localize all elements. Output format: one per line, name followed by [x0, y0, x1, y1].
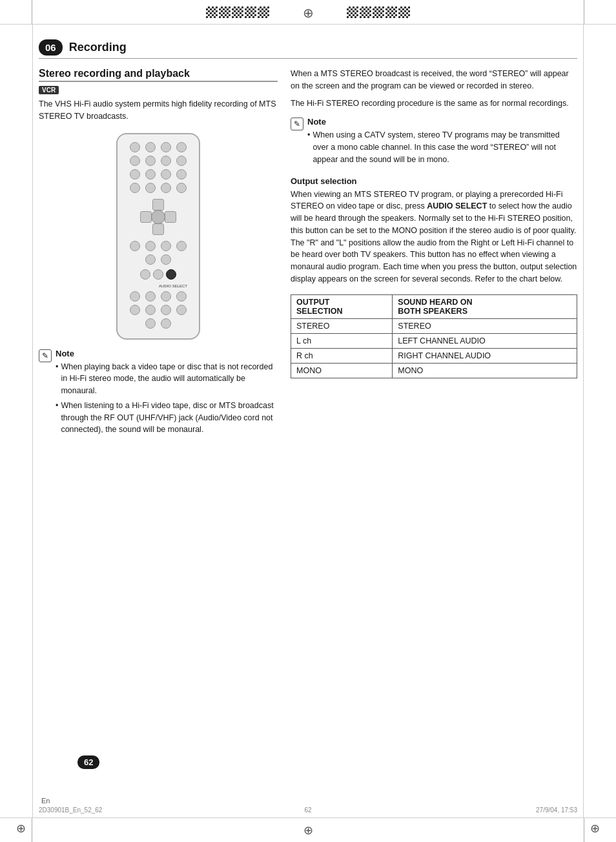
remote-dpad-left — [140, 211, 152, 223]
remote-btn — [145, 318, 156, 329]
table-row: STEREO STEREO — [291, 318, 577, 333]
remote-row-3 — [130, 169, 187, 180]
remote-btn — [161, 318, 171, 329]
remote-row-4 — [130, 183, 187, 193]
footer-page: 62 — [304, 806, 311, 814]
right-intro-text1: When a MTS STEREO broadcast is received,… — [291, 68, 577, 92]
remote-btn — [176, 305, 187, 315]
checker-block — [398, 6, 410, 18]
remote-btn — [130, 291, 140, 302]
left-margin-line — [32, 25, 33, 817]
audio-select-label: AUDIO SELECT — [123, 284, 194, 288]
remote-row-1 — [130, 142, 187, 152]
table-cell-output-3: R ch — [291, 348, 393, 363]
note-title: Note — [56, 349, 278, 358]
footer-doc: 2D30901B_En_52_62 — [39, 806, 102, 814]
top-strip-left — [0, 0, 32, 24]
intro-text: The VHS Hi-Fi audio system permits high … — [39, 98, 278, 123]
right-note-item-1: When using a CATV system, stereo TV prog… — [307, 129, 577, 165]
remote-btn — [161, 254, 171, 265]
table-cell-output-2: L ch — [291, 333, 393, 348]
checker-block — [245, 6, 256, 18]
crosshair-top-center: ⊕ — [303, 5, 314, 21]
remote-dpad-center — [151, 210, 165, 224]
checker-block — [373, 6, 384, 18]
remote-btn — [130, 183, 140, 193]
table-cell-output-4: MONO — [291, 363, 393, 378]
bottom-strip: ⊕ ⊕ ⊕ — [0, 817, 616, 842]
remote-btn — [176, 169, 187, 180]
remote-btn — [161, 305, 171, 315]
remote-btn — [140, 269, 150, 280]
checker-block — [206, 6, 218, 18]
remote-btn — [176, 291, 187, 302]
remote-btn — [130, 305, 140, 315]
remote-btn — [176, 241, 187, 251]
table-cell-sound-3: RIGHT CHANNEL AUDIO — [393, 348, 577, 363]
remote-btn — [161, 142, 171, 152]
remote-row-6 — [145, 254, 171, 265]
remote-btn — [145, 241, 156, 251]
remote-btn — [130, 241, 140, 251]
checker-block — [347, 6, 358, 18]
bottom-strip-center: ⊕ — [32, 823, 584, 837]
remote-row-5 — [130, 241, 187, 251]
left-note-box: ✎ Note When playing back a video tape or… — [39, 349, 278, 439]
checkerboard-left — [206, 6, 269, 18]
remote-btn — [145, 254, 156, 265]
checker-block — [219, 6, 231, 18]
top-strip-right — [584, 0, 616, 24]
remote-btn — [145, 291, 156, 302]
remote-row-7 — [130, 291, 187, 302]
page-en: En — [41, 797, 50, 805]
remote-control: AUDIO SELECT — [116, 133, 200, 340]
note-item-1: When playing back a video tape or disc t… — [56, 361, 278, 397]
right-note-content: Note When using a CATV system, stereo TV… — [307, 117, 577, 168]
right-note-icon: ✎ — [291, 118, 303, 130]
page-number: 62 — [77, 755, 99, 769]
table-header-col1: OUTPUTSELECTION — [291, 294, 393, 318]
remote-btn — [130, 142, 140, 152]
vcr-badge: VCR — [39, 86, 59, 94]
right-column: When a MTS STEREO broadcast is received,… — [291, 68, 577, 806]
content-area: Stereo recording and playback VCR The VH… — [39, 68, 577, 806]
remote-row-8 — [130, 305, 187, 315]
audio-select-bold: AUDIO SELECT — [427, 201, 487, 211]
audio-select-row — [140, 269, 176, 280]
remote-btn — [153, 269, 163, 280]
remote-btn — [161, 291, 171, 302]
page-number-area: 62 En — [39, 796, 50, 805]
output-selection-title: Output selection — [291, 176, 577, 186]
remote-btn — [161, 169, 171, 180]
remote-dpad-right — [165, 211, 176, 223]
table-row: L ch LEFT CHANNEL AUDIO — [291, 333, 577, 348]
remote-btn — [130, 156, 140, 166]
remote-btn — [130, 169, 140, 180]
note-icon: ✎ — [39, 349, 52, 362]
remote-dpad — [140, 199, 176, 235]
table-cell-sound-1: STEREO — [393, 318, 577, 333]
chapter-divider — [39, 58, 577, 59]
footer-date: 27/9/04, 17:53 — [536, 806, 577, 814]
table-header-col2: SOUND HEARD ONBOTH SPEAKERS — [393, 294, 577, 318]
checkerboard-right — [347, 6, 410, 18]
remote-btn — [161, 241, 171, 251]
checker-block — [232, 6, 243, 18]
remote-btn — [145, 169, 156, 180]
checker-block — [385, 6, 397, 18]
audio-table: OUTPUTSELECTION SOUND HEARD ONBOTH SPEAK… — [291, 294, 577, 378]
remote-btn — [145, 156, 156, 166]
crosshair-bottom-left: ⊕ — [16, 821, 26, 836]
top-strip: ⊕ — [0, 0, 616, 25]
remote-btn — [145, 305, 156, 315]
remote-dpad-down — [152, 223, 164, 235]
remote-row-9 — [145, 318, 171, 329]
bottom-strip-right — [584, 818, 616, 842]
left-column: Stereo recording and playback VCR The VH… — [39, 68, 278, 806]
note-item-2: When listening to a Hi-Fi video tape, di… — [56, 400, 278, 436]
remote-btn — [145, 183, 156, 193]
crosshair-bottom-center: ⊕ — [303, 823, 313, 837]
remote-btn — [145, 142, 156, 152]
table-cell-sound-4: MONO — [393, 363, 577, 378]
remote-row-2 — [130, 156, 187, 166]
